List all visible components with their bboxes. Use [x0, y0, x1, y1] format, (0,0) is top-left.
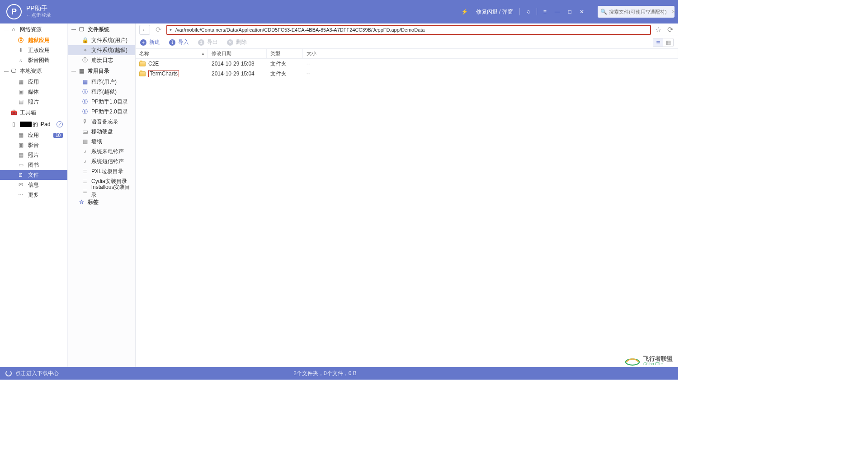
section-network[interactable]: —⌂网络资源: [0, 24, 67, 35]
list-icon: ≣: [81, 168, 89, 174]
sort-asc-icon: ▲: [201, 52, 205, 56]
reload-button[interactable]: ⟳: [665, 25, 675, 35]
folder-icon: [139, 61, 146, 66]
target-icon: ⌖: [81, 47, 89, 53]
content-pane: ← ⟳ ▾ ☆ ⟳ ＋新建 ↧导入 ↥导出 ✕删除 ≣ ▦ 名称▲ 修改日期 类…: [136, 24, 678, 367]
col-size[interactable]: 大小: [303, 49, 678, 58]
status-bar: 点击进入下载中心 2个文件夹，0个文件，0 B: [0, 367, 678, 380]
nav-media-ringtones[interactable]: ♫影音图铃: [0, 55, 67, 65]
check-icon: ✓: [57, 121, 63, 127]
view-toggle[interactable]: ≣ ▦: [653, 38, 674, 47]
device-icon: ▯: [10, 121, 17, 127]
nav-forward-button[interactable]: ⟳: [153, 25, 164, 35]
path-input[interactable]: [174, 27, 650, 33]
title-bar: P PP助手 ←点击登录 ⚡ 修复闪退 / 弹窗 ♫ ≡ — □ ✕ 🔍 ✕: [0, 0, 678, 24]
redacted-device-name: [20, 122, 32, 127]
section-device[interactable]: —▯的 iPad✓: [0, 118, 67, 130]
tree-programs-user[interactable]: ▦程序(用户): [68, 77, 135, 87]
tree-fs-user[interactable]: 🔒文件系统(用户): [68, 35, 135, 45]
clear-search-icon[interactable]: ✕: [671, 9, 676, 15]
tree-programs-jailbreak[interactable]: Ⓐ程序(越狱): [68, 87, 135, 97]
nav-device-more[interactable]: ⋯更多: [0, 190, 67, 200]
section-toolbox[interactable]: —🧰工具箱: [0, 107, 67, 118]
list-item[interactable]: TermCharts 2014-10-29 15:04 文件夹 --: [136, 69, 678, 79]
video-icon: ▣: [17, 142, 24, 148]
search-box[interactable]: 🔍 ✕: [598, 6, 675, 18]
grid-view-icon[interactable]: ▦: [663, 38, 673, 47]
grid-icon: ▦: [81, 79, 89, 85]
note-icon: ♪: [81, 158, 89, 164]
bookmark-button[interactable]: ☆: [654, 25, 663, 35]
folder-icon: [139, 71, 146, 76]
tree-crash-logs[interactable]: ⓘ崩溃日志: [68, 55, 135, 65]
tree-pxl-trash[interactable]: ≣PXL垃圾目录: [68, 166, 135, 176]
tree-voice-memos[interactable]: 🎙语音备忘录: [68, 117, 135, 127]
list-item[interactable]: C2E 2014-10-29 15:03 文件夹 --: [136, 59, 678, 69]
search-icon: 🔍: [600, 9, 607, 15]
grid-icon: ▦: [17, 79, 24, 85]
cmd-delete: ✕删除: [227, 38, 247, 46]
tree-fs-jailbreak[interactable]: ⌖文件系统(越狱): [68, 45, 135, 55]
tree-sms-tones[interactable]: ♪系统短信铃声: [68, 156, 135, 166]
nav-device-messages[interactable]: ✉信息: [0, 180, 67, 190]
menu-icon[interactable]: ≡: [542, 8, 548, 16]
music-icon[interactable]: ♫: [524, 8, 532, 16]
nav-back-button[interactable]: ←: [139, 25, 150, 35]
nav-local-apps[interactable]: ▦应用: [0, 77, 67, 87]
music-icon: ♫: [17, 57, 24, 63]
apps-count-badge: 10: [53, 133, 63, 138]
minimize-button[interactable]: —: [553, 8, 562, 16]
tree-removable-disk[interactable]: 🖴移动硬盘: [68, 127, 135, 136]
col-name[interactable]: 名称▲: [136, 49, 208, 58]
star-icon: ☆: [78, 199, 85, 205]
download-center-button[interactable]: 点击进入下载中心: [5, 370, 59, 377]
tree-pp1-dir[interactable]: ⓟPP助手1.0目录: [68, 97, 135, 107]
nav-local-photos[interactable]: ▤照片: [0, 97, 67, 107]
close-button[interactable]: ✕: [578, 8, 586, 16]
monitor-icon: 🖵: [10, 68, 17, 74]
section-local[interactable]: —🖵本地资源: [0, 65, 67, 77]
appstore-icon: Ⓐ: [81, 88, 89, 96]
book-icon: ▭: [17, 162, 24, 168]
file-icon: 🗎: [17, 172, 24, 178]
col-type[interactable]: 类型: [267, 49, 303, 58]
monitor-icon: 🖵: [78, 26, 85, 33]
list-header: 名称▲ 修改日期 类型 大小: [136, 49, 678, 59]
tree-group-filesystem[interactable]: —🖵文件系统: [68, 24, 135, 35]
highlighted-folder-name: TermCharts: [148, 70, 179, 77]
cmd-import[interactable]: ↧导入: [169, 38, 189, 46]
path-dropdown-icon[interactable]: ▾: [167, 27, 174, 32]
list-view-icon[interactable]: ≣: [653, 38, 663, 47]
nav-device-files[interactable]: 🗎文件: [0, 170, 67, 180]
login-hint[interactable]: ←点击登录: [26, 12, 51, 19]
nav-device-books[interactable]: ▭图书: [0, 160, 67, 170]
video-icon: ▣: [17, 89, 24, 95]
list-icon: ≣: [81, 188, 89, 194]
nav-jailbreak-apps[interactable]: ⓟ越狱应用: [0, 35, 67, 45]
nav-device-av[interactable]: ▣影音: [0, 140, 67, 150]
file-list: C2E 2014-10-29 15:03 文件夹 -- TermCharts 2…: [136, 59, 678, 367]
tree-wallpaper[interactable]: ▥墙纸: [68, 136, 135, 146]
lightning-icon: ⚡: [459, 8, 470, 16]
tree-pp2-dir[interactable]: ⓟPP助手2.0目录: [68, 107, 135, 117]
download-icon: ⬇: [17, 47, 24, 53]
pp-icon: ⓟ: [17, 37, 24, 44]
mic-icon: 🎙: [81, 118, 89, 125]
tree-group-common[interactable]: —▦常用目录: [68, 65, 135, 77]
pp-icon: ⓟ: [81, 98, 89, 106]
tree-ringtones[interactable]: ♪系统来电铃声: [68, 146, 135, 156]
command-bar: ＋新建 ↧导入 ↥导出 ✕删除 ≣ ▦: [136, 36, 678, 49]
chat-icon: ✉: [17, 182, 24, 188]
fix-crash-button[interactable]: 修复闪退 / 弹窗: [474, 7, 515, 17]
grid-icon: ▦: [78, 68, 85, 74]
tree-installous[interactable]: ≣Installous安装目录: [68, 186, 135, 196]
col-date[interactable]: 修改日期: [208, 49, 267, 58]
nav-local-media[interactable]: ▣媒体: [0, 87, 67, 97]
nav-official-apps[interactable]: ⬇正版应用: [0, 45, 67, 55]
nav-device-photos[interactable]: ▤照片: [0, 150, 67, 160]
cmd-new[interactable]: ＋新建: [140, 38, 160, 46]
maximize-button[interactable]: □: [566, 8, 573, 16]
home-icon: ⌂: [10, 26, 17, 33]
nav-device-apps[interactable]: ▦应用10: [0, 130, 67, 140]
search-input[interactable]: [609, 9, 671, 14]
